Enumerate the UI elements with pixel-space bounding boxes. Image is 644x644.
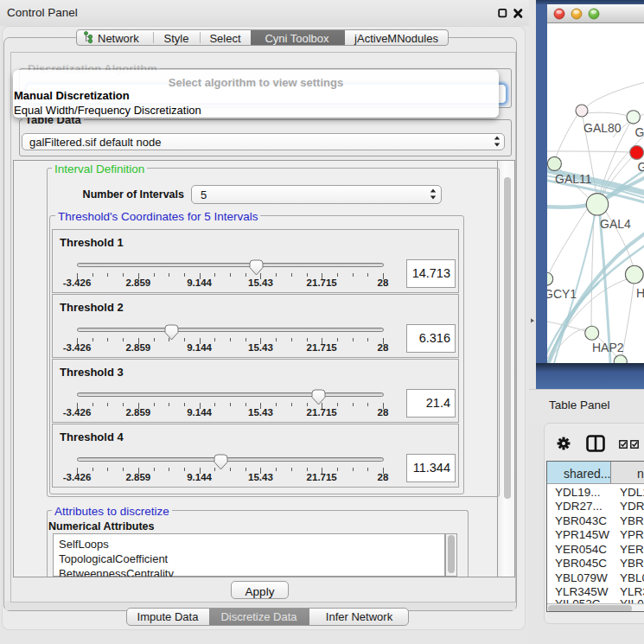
svg-text:G: G xyxy=(638,160,644,174)
svg-text:GAL80: GAL80 xyxy=(583,121,622,135)
svg-text:GAL11: GAL11 xyxy=(555,172,592,186)
svg-text:GCY1: GCY1 xyxy=(547,287,577,301)
svg-text:H: H xyxy=(636,286,644,300)
svg-text:G.: G. xyxy=(635,125,644,139)
svg-text:GAL4: GAL4 xyxy=(600,217,631,231)
svg-text:HAP2: HAP2 xyxy=(592,341,624,354)
